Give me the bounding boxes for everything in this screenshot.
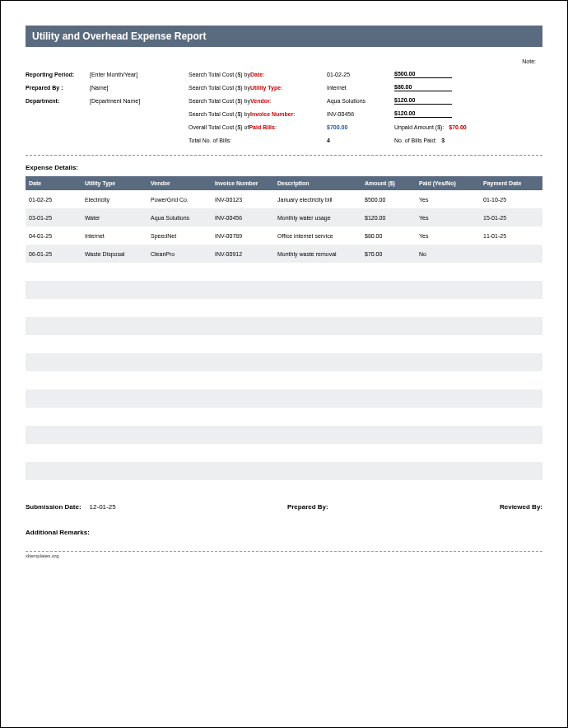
column-header: Date — [26, 176, 81, 190]
table-row — [26, 444, 542, 462]
table-cell — [361, 317, 416, 335]
table-cell — [416, 444, 480, 462]
table-cell — [81, 281, 147, 299]
search-result: Unpaid Amount ($):$70.00 — [394, 120, 542, 133]
table-cell: Aqua Solutions — [147, 208, 212, 226]
table-cell — [26, 408, 81, 426]
table-cell — [81, 444, 147, 462]
table-cell — [361, 299, 416, 317]
table-cell — [480, 462, 542, 480]
note-label: Note: — [26, 58, 542, 64]
table-cell — [480, 299, 542, 317]
table-cell — [26, 371, 81, 390]
search-value: Internet — [327, 81, 394, 94]
table-cell — [147, 353, 212, 371]
table-cell — [480, 317, 542, 335]
table-cell — [81, 408, 147, 426]
table-cell — [274, 299, 361, 317]
search-label: Search Total Cost ($) by Utility Type: — [189, 81, 327, 94]
table-cell — [81, 371, 147, 390]
column-header: Payment Date — [480, 176, 542, 190]
table-cell: Yes — [416, 190, 480, 208]
meta-label: Department: — [26, 94, 90, 107]
search-result: $500.00 — [394, 68, 542, 81]
table-row: 03-01-25WaterAqua SolutionsINV-00456Mont… — [26, 208, 542, 226]
divider — [26, 155, 542, 156]
table-cell — [416, 408, 480, 426]
watermark: xltemplates.org — [26, 553, 542, 558]
column-header: Amount ($) — [361, 176, 416, 190]
table-cell: Water — [81, 208, 147, 226]
column-header: Utility Type — [81, 176, 147, 190]
table-cell: INV-00123 — [212, 190, 274, 208]
table-cell — [361, 263, 416, 281]
table-cell: $80.00 — [361, 226, 416, 245]
search-label: Total No. of Bills: — [189, 133, 327, 147]
table-cell — [480, 353, 542, 371]
table-cell — [480, 444, 542, 462]
table-cell: Electricity — [81, 190, 147, 208]
meta-label: Prepared By : — [26, 81, 90, 94]
table-cell — [480, 371, 542, 390]
table-cell — [274, 353, 361, 371]
table-cell — [81, 299, 147, 317]
search-value: $700.00 — [327, 120, 394, 133]
table-cell: INV-00456 — [212, 208, 274, 226]
table-cell — [416, 426, 480, 444]
table-cell — [147, 408, 212, 426]
table-cell: $500.00 — [361, 190, 416, 208]
search-value: Aqua Solutions — [327, 94, 394, 107]
table-cell — [147, 390, 212, 408]
table-cell — [274, 390, 361, 408]
table-cell — [147, 299, 212, 317]
table-cell: Monthly water usage — [274, 208, 361, 226]
search-value: 4 — [327, 133, 394, 147]
table-cell: $120.00 — [361, 208, 416, 226]
search-label: Overall Total Cost ($) of Paid Bills: — [189, 120, 327, 133]
table-cell — [26, 263, 81, 281]
table-cell — [147, 426, 212, 444]
table-cell — [147, 462, 212, 480]
search-result: $120.00 — [394, 107, 542, 120]
table-cell — [361, 390, 416, 408]
table-cell — [361, 281, 416, 299]
table-cell — [81, 426, 147, 444]
table-cell — [274, 263, 361, 281]
table-cell: 04-01-25 — [26, 226, 81, 245]
table-cell — [147, 263, 212, 281]
table-cell — [147, 281, 212, 299]
table-cell — [26, 390, 81, 408]
table-cell: Monthly waste removal — [274, 245, 361, 263]
table-cell: Yes — [416, 208, 480, 226]
table-cell — [26, 462, 81, 480]
table-cell — [274, 281, 361, 299]
search-label: Search Total Cost ($) by Date: — [189, 68, 327, 81]
table-cell — [274, 371, 361, 390]
table-cell — [147, 371, 212, 390]
table-cell — [81, 317, 147, 335]
table-cell — [416, 390, 480, 408]
additional-remarks-label: Additional Remarks: — [26, 529, 542, 536]
table-cell: 03-01-25 — [26, 208, 81, 226]
table-cell — [212, 408, 274, 426]
table-cell: Office internet service — [274, 226, 361, 245]
column-header: Description — [274, 176, 361, 190]
table-row: 01-02-25ElectricityPowerGrid Co.INV-0012… — [26, 190, 542, 208]
table-cell — [26, 426, 81, 444]
table-cell — [81, 353, 147, 371]
table-cell — [26, 281, 81, 299]
search-value: 01-02-25 — [327, 68, 394, 81]
table-row — [26, 426, 542, 444]
table-row — [26, 281, 542, 299]
table-cell — [361, 371, 416, 390]
table-row — [26, 263, 542, 281]
meta-value: [Name] — [90, 81, 189, 94]
table-cell — [416, 317, 480, 335]
column-header: Invoice Number — [212, 176, 274, 190]
table-row — [26, 317, 542, 335]
table-cell — [480, 281, 542, 299]
table-cell: INV-00912 — [212, 245, 274, 263]
table-cell — [274, 462, 361, 480]
table-cell — [480, 245, 542, 263]
table-cell — [361, 444, 416, 462]
